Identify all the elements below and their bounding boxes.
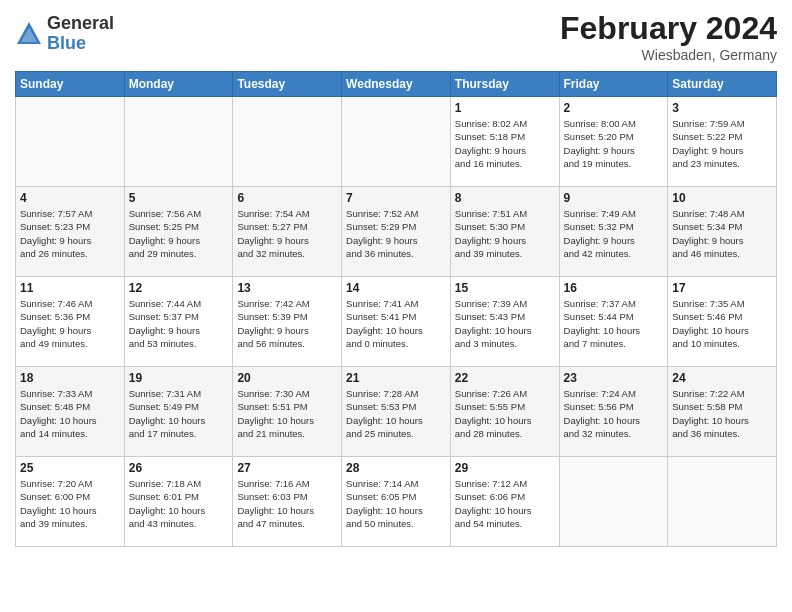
day-header-tuesday: Tuesday xyxy=(233,72,342,97)
day-number: 12 xyxy=(129,281,229,295)
day-info: Sunrise: 7:46 AMSunset: 5:36 PMDaylight:… xyxy=(20,297,120,350)
day-info: Sunrise: 7:31 AMSunset: 5:49 PMDaylight:… xyxy=(129,387,229,440)
day-number: 17 xyxy=(672,281,772,295)
day-info: Sunrise: 7:33 AMSunset: 5:48 PMDaylight:… xyxy=(20,387,120,440)
logo: General Blue xyxy=(15,14,114,54)
week-row-2: 4Sunrise: 7:57 AMSunset: 5:23 PMDaylight… xyxy=(16,187,777,277)
logo-general: General xyxy=(47,14,114,34)
calendar-cell: 24Sunrise: 7:22 AMSunset: 5:58 PMDayligh… xyxy=(668,367,777,457)
logo-blue: Blue xyxy=(47,34,114,54)
day-number: 18 xyxy=(20,371,120,385)
calendar-cell: 29Sunrise: 7:12 AMSunset: 6:06 PMDayligh… xyxy=(450,457,559,547)
day-number: 29 xyxy=(455,461,555,475)
day-info: Sunrise: 7:49 AMSunset: 5:32 PMDaylight:… xyxy=(564,207,664,260)
calendar-cell: 21Sunrise: 7:28 AMSunset: 5:53 PMDayligh… xyxy=(342,367,451,457)
day-info: Sunrise: 7:44 AMSunset: 5:37 PMDaylight:… xyxy=(129,297,229,350)
calendar-table: SundayMondayTuesdayWednesdayThursdayFrid… xyxy=(15,71,777,547)
calendar-cell xyxy=(124,97,233,187)
day-info: Sunrise: 7:52 AMSunset: 5:29 PMDaylight:… xyxy=(346,207,446,260)
day-header-friday: Friday xyxy=(559,72,668,97)
calendar-cell: 23Sunrise: 7:24 AMSunset: 5:56 PMDayligh… xyxy=(559,367,668,457)
calendar-cell: 17Sunrise: 7:35 AMSunset: 5:46 PMDayligh… xyxy=(668,277,777,367)
day-info: Sunrise: 7:57 AMSunset: 5:23 PMDaylight:… xyxy=(20,207,120,260)
day-info: Sunrise: 7:30 AMSunset: 5:51 PMDaylight:… xyxy=(237,387,337,440)
day-number: 9 xyxy=(564,191,664,205)
day-header-saturday: Saturday xyxy=(668,72,777,97)
day-number: 26 xyxy=(129,461,229,475)
calendar-cell xyxy=(559,457,668,547)
day-info: Sunrise: 7:28 AMSunset: 5:53 PMDaylight:… xyxy=(346,387,446,440)
day-number: 1 xyxy=(455,101,555,115)
calendar-cell: 10Sunrise: 7:48 AMSunset: 5:34 PMDayligh… xyxy=(668,187,777,277)
calendar-cell: 3Sunrise: 7:59 AMSunset: 5:22 PMDaylight… xyxy=(668,97,777,187)
day-info: Sunrise: 7:24 AMSunset: 5:56 PMDaylight:… xyxy=(564,387,664,440)
day-info: Sunrise: 7:26 AMSunset: 5:55 PMDaylight:… xyxy=(455,387,555,440)
day-info: Sunrise: 7:14 AMSunset: 6:05 PMDaylight:… xyxy=(346,477,446,530)
day-info: Sunrise: 7:59 AMSunset: 5:22 PMDaylight:… xyxy=(672,117,772,170)
logo-icon xyxy=(15,20,43,48)
day-number: 4 xyxy=(20,191,120,205)
day-header-thursday: Thursday xyxy=(450,72,559,97)
page-header: General Blue February 2024 Wiesbaden, Ge… xyxy=(15,10,777,63)
day-header-wednesday: Wednesday xyxy=(342,72,451,97)
calendar-cell: 28Sunrise: 7:14 AMSunset: 6:05 PMDayligh… xyxy=(342,457,451,547)
calendar-cell xyxy=(233,97,342,187)
day-header-monday: Monday xyxy=(124,72,233,97)
calendar-cell: 9Sunrise: 7:49 AMSunset: 5:32 PMDaylight… xyxy=(559,187,668,277)
calendar-cell: 5Sunrise: 7:56 AMSunset: 5:25 PMDaylight… xyxy=(124,187,233,277)
day-number: 27 xyxy=(237,461,337,475)
location: Wiesbaden, Germany xyxy=(560,47,777,63)
week-row-3: 11Sunrise: 7:46 AMSunset: 5:36 PMDayligh… xyxy=(16,277,777,367)
day-info: Sunrise: 7:16 AMSunset: 6:03 PMDaylight:… xyxy=(237,477,337,530)
day-info: Sunrise: 7:12 AMSunset: 6:06 PMDaylight:… xyxy=(455,477,555,530)
calendar-cell: 16Sunrise: 7:37 AMSunset: 5:44 PMDayligh… xyxy=(559,277,668,367)
day-number: 5 xyxy=(129,191,229,205)
day-info: Sunrise: 7:39 AMSunset: 5:43 PMDaylight:… xyxy=(455,297,555,350)
calendar-cell: 25Sunrise: 7:20 AMSunset: 6:00 PMDayligh… xyxy=(16,457,125,547)
day-info: Sunrise: 7:41 AMSunset: 5:41 PMDaylight:… xyxy=(346,297,446,350)
day-number: 2 xyxy=(564,101,664,115)
week-row-1: 1Sunrise: 8:02 AMSunset: 5:18 PMDaylight… xyxy=(16,97,777,187)
calendar-cell: 4Sunrise: 7:57 AMSunset: 5:23 PMDaylight… xyxy=(16,187,125,277)
calendar-cell: 6Sunrise: 7:54 AMSunset: 5:27 PMDaylight… xyxy=(233,187,342,277)
calendar-cell: 8Sunrise: 7:51 AMSunset: 5:30 PMDaylight… xyxy=(450,187,559,277)
calendar-cell: 18Sunrise: 7:33 AMSunset: 5:48 PMDayligh… xyxy=(16,367,125,457)
calendar-cell xyxy=(668,457,777,547)
day-number: 20 xyxy=(237,371,337,385)
day-info: Sunrise: 7:56 AMSunset: 5:25 PMDaylight:… xyxy=(129,207,229,260)
calendar-cell: 7Sunrise: 7:52 AMSunset: 5:29 PMDaylight… xyxy=(342,187,451,277)
day-number: 8 xyxy=(455,191,555,205)
day-number: 10 xyxy=(672,191,772,205)
day-info: Sunrise: 8:02 AMSunset: 5:18 PMDaylight:… xyxy=(455,117,555,170)
title-block: February 2024 Wiesbaden, Germany xyxy=(560,10,777,63)
day-number: 16 xyxy=(564,281,664,295)
month-year: February 2024 xyxy=(560,10,777,47)
header-row: SundayMondayTuesdayWednesdayThursdayFrid… xyxy=(16,72,777,97)
day-number: 7 xyxy=(346,191,446,205)
calendar-cell xyxy=(342,97,451,187)
day-number: 6 xyxy=(237,191,337,205)
day-info: Sunrise: 7:54 AMSunset: 5:27 PMDaylight:… xyxy=(237,207,337,260)
day-number: 21 xyxy=(346,371,446,385)
logo-text: General Blue xyxy=(47,14,114,54)
calendar-cell: 14Sunrise: 7:41 AMSunset: 5:41 PMDayligh… xyxy=(342,277,451,367)
day-number: 23 xyxy=(564,371,664,385)
calendar-cell: 27Sunrise: 7:16 AMSunset: 6:03 PMDayligh… xyxy=(233,457,342,547)
day-info: Sunrise: 7:18 AMSunset: 6:01 PMDaylight:… xyxy=(129,477,229,530)
day-header-sunday: Sunday xyxy=(16,72,125,97)
day-number: 22 xyxy=(455,371,555,385)
day-info: Sunrise: 7:20 AMSunset: 6:00 PMDaylight:… xyxy=(20,477,120,530)
calendar-cell: 1Sunrise: 8:02 AMSunset: 5:18 PMDaylight… xyxy=(450,97,559,187)
day-number: 13 xyxy=(237,281,337,295)
day-info: Sunrise: 7:42 AMSunset: 5:39 PMDaylight:… xyxy=(237,297,337,350)
calendar-cell xyxy=(16,97,125,187)
calendar-cell: 20Sunrise: 7:30 AMSunset: 5:51 PMDayligh… xyxy=(233,367,342,457)
day-info: Sunrise: 7:22 AMSunset: 5:58 PMDaylight:… xyxy=(672,387,772,440)
calendar-cell: 13Sunrise: 7:42 AMSunset: 5:39 PMDayligh… xyxy=(233,277,342,367)
day-info: Sunrise: 8:00 AMSunset: 5:20 PMDaylight:… xyxy=(564,117,664,170)
day-number: 19 xyxy=(129,371,229,385)
day-number: 28 xyxy=(346,461,446,475)
day-info: Sunrise: 7:37 AMSunset: 5:44 PMDaylight:… xyxy=(564,297,664,350)
day-info: Sunrise: 7:51 AMSunset: 5:30 PMDaylight:… xyxy=(455,207,555,260)
day-number: 14 xyxy=(346,281,446,295)
